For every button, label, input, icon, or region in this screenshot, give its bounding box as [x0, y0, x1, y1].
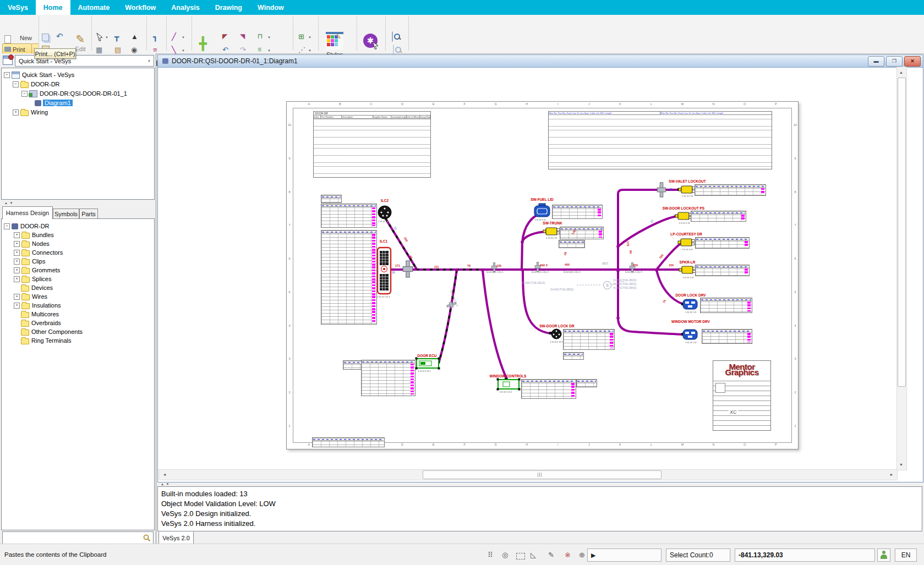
new-button[interactable]: New [3, 32, 32, 43]
scroll-right-arrow[interactable]: ► [887, 470, 896, 479]
tree-item-splices[interactable]: +Splices [14, 275, 51, 283]
node-chain-icon[interactable]: ⋰ [298, 46, 305, 54]
horizontal-scrollbar[interactable]: ◄ ► [158, 469, 898, 480]
tree-item-nodes[interactable]: +Nodes [14, 239, 50, 248]
arrow-symbol-icon[interactable]: ▲ [131, 32, 138, 41]
language-indicator[interactable]: EN [895, 548, 917, 562]
node-junction-icon[interactable]: ┳ [114, 32, 119, 41]
search-icon[interactable] [143, 534, 151, 542]
bundle-comb-icon[interactable]: ≡ [153, 46, 157, 54]
connector-body-icon[interactable]: ▤ [114, 46, 121, 54]
tree-item-root-door-dr[interactable]: − DOOR-DR [4, 222, 50, 231]
device-grid-icon[interactable]: ▦ [96, 46, 102, 54]
polygon-select-icon[interactable]: ◺ [531, 551, 536, 559]
tree-item-bundles[interactable]: +Bundles [14, 231, 54, 239]
close-button[interactable]: ✕ [904, 56, 921, 67]
net-highlight-icon[interactable]: ※ [565, 551, 571, 559]
tab-parts[interactable]: Parts [79, 209, 98, 220]
menu-automate[interactable]: Automate [70, 0, 118, 15]
menu-window[interactable]: Window [250, 0, 292, 15]
wire-bend-icon[interactable]: ╲ [172, 46, 176, 54]
crosshair-icon[interactable]: ⊕ [579, 551, 585, 559]
node-chain-dropdown[interactable]: ▼ [308, 49, 311, 52]
tree-item-wires[interactable]: +Wires [14, 292, 47, 301]
align-dropdown[interactable]: ▼ [267, 49, 271, 52]
console-output[interactable]: Built-in modules loaded: 13 Object Model… [157, 486, 922, 531]
move-cross-icon[interactable]: ╋ [199, 37, 206, 51]
zoom-window-icon[interactable] [392, 31, 393, 42]
add-table-icon[interactable]: ⊞ [298, 32, 304, 41]
vertical-scrollbar[interactable]: ▲ ▼ [896, 67, 907, 470]
measure-icon[interactable]: ◤ [222, 32, 227, 40]
minimize-button[interactable]: ▬ [868, 56, 884, 67]
clamp-icon[interactable]: ◉ [131, 46, 137, 54]
wire-bend-dropdown[interactable]: ▼ [182, 49, 185, 52]
snap-object-icon[interactable]: ◎ [502, 551, 508, 559]
rotate-right-icon[interactable]: ↷ [240, 46, 246, 54]
tree-item-wiring[interactable]: + Wiring [13, 108, 48, 117]
tree-item-grommets[interactable]: +Grommets [14, 266, 60, 275]
bom-table[interactable]: DOOR-DR Index Part Number Description Su… [313, 111, 431, 178]
user-indicator[interactable] [877, 548, 890, 562]
tree-item-quickstart[interactable]: − Quick Start - VeSys [4, 70, 74, 79]
wire-route-icon[interactable]: ╱ [172, 32, 176, 41]
tab-symbols[interactable]: Symbols [53, 209, 79, 220]
tree-item-insulations[interactable]: +Insulations [14, 301, 61, 310]
wire-list-table[interactable]: Wire No. Part No. From Cav To Csa Spec C… [548, 111, 772, 169]
tree-item-connectors[interactable]: +Connectors [14, 248, 63, 257]
tree-item-clips[interactable]: +Clips [14, 257, 45, 266]
scroll-down-arrow[interactable]: ▼ [897, 460, 905, 469]
hanger-dropdown[interactable]: ▼ [267, 36, 271, 39]
expand-icon[interactable]: + [14, 294, 20, 300]
scrollbar-thumb[interactable] [423, 470, 661, 479]
tree-item-diagram1[interactable]: Diagram1 [35, 98, 73, 107]
zoom-selection-icon[interactable] [393, 45, 394, 55]
align-icon[interactable]: ≡ [258, 46, 261, 53]
copy-icon[interactable] [42, 34, 49, 41]
tab-harness-design[interactable]: Harness Design [2, 206, 53, 220]
menu-home[interactable]: Home [36, 0, 70, 15]
expand-icon[interactable]: + [14, 250, 20, 256]
console-splitter[interactable]: ▲ ▼ [157, 481, 922, 486]
tree-item-ring-terminals[interactable]: Ring Terminals [21, 336, 72, 345]
menu-vesys[interactable]: VeSys [0, 0, 36, 15]
selection-box-icon[interactable] [516, 553, 525, 559]
draw-mode-icon[interactable]: ✎ [548, 551, 554, 559]
snap-grid-icon[interactable]: ⠿ [488, 551, 493, 559]
angle-icon[interactable]: ◥ [240, 32, 245, 40]
select-dropdown[interactable]: ▼ [105, 36, 108, 39]
expand-icon[interactable]: + [14, 276, 20, 282]
tree-item-qsi-door[interactable]: − DOOR-DR:QSI-DOOR-DR-01_1 [21, 89, 127, 98]
search-input[interactable] [3, 533, 143, 543]
expand-icon[interactable]: + [14, 267, 20, 273]
tree-item-door-dr[interactable]: − DOOR-DR [13, 80, 60, 89]
collapse-icon[interactable]: − [21, 91, 28, 97]
play-icon[interactable]: ▶ [591, 552, 595, 559]
select-pointer-icon[interactable] [96, 32, 103, 41]
expand-icon[interactable]: + [14, 241, 20, 247]
tree-item-devices[interactable]: Devices [21, 283, 53, 292]
expand-icon[interactable]: + [14, 232, 20, 238]
add-table-dropdown[interactable]: ▼ [308, 36, 311, 39]
expand-icon[interactable]: + [14, 303, 20, 309]
collapse-icon[interactable]: − [4, 223, 10, 229]
expand-icon[interactable]: + [14, 259, 20, 265]
tree-item-overbraids[interactable]: Overbraids [21, 319, 61, 327]
menu-drawing[interactable]: Drawing [207, 0, 250, 15]
hanger-icon[interactable]: ⊓ [258, 32, 263, 40]
scrollbar-thumb[interactable] [898, 78, 906, 387]
panel-splitter[interactable]: ▲ ▼ [1, 200, 154, 206]
scroll-left-arrow[interactable]: ◄ [160, 470, 169, 479]
tree-item-other-components[interactable]: Other Components [21, 327, 83, 336]
diagram-window-titlebar[interactable]: DOOR-DR:QSI-DOOR-DR-01_1:Diagram1 ▬ ❐ ✕ [158, 55, 923, 68]
restore-button[interactable]: ❐ [886, 56, 903, 67]
menu-analysis[interactable]: Analysis [163, 0, 207, 15]
macro-play-box[interactable]: ▶ [587, 548, 661, 562]
tree-item-multicores[interactable]: Multicores [21, 310, 59, 319]
expand-icon[interactable]: + [13, 109, 19, 116]
bundle-corner-icon[interactable]: ┓ [153, 32, 157, 41]
rotate-left-icon[interactable]: ↶ [222, 46, 228, 54]
collapse-icon[interactable]: − [4, 72, 10, 78]
console-tab-vesys[interactable]: VeSys 2.0 [158, 531, 194, 544]
wire-route-dropdown[interactable]: ▼ [182, 36, 185, 39]
